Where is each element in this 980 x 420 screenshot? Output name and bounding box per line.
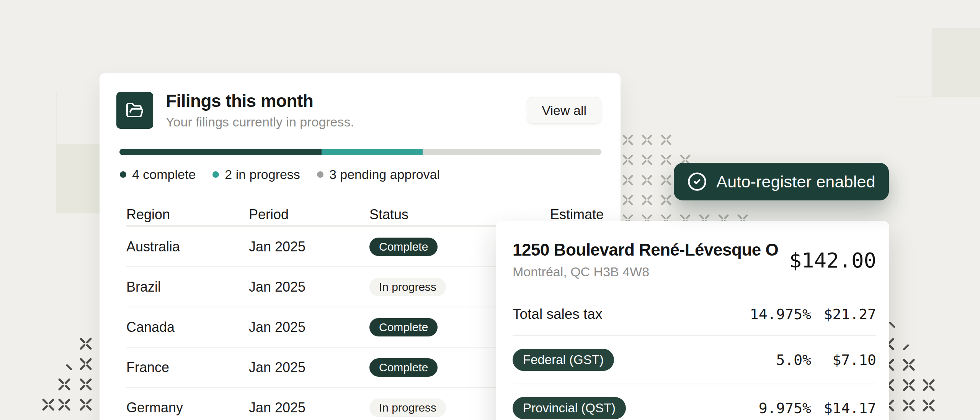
x-pattern-mark xyxy=(902,399,915,412)
tax-rate: 5.0% xyxy=(727,351,811,368)
check-circle-icon xyxy=(687,172,707,192)
legend-label: 4 complete xyxy=(132,167,196,182)
background-tile xyxy=(932,28,980,97)
x-pattern-mark xyxy=(66,364,72,370)
background-seam xyxy=(892,97,980,97)
x-pattern-mark xyxy=(79,378,92,391)
cell-region: Brazil xyxy=(126,279,249,295)
filings-card-header: Filings this month Your filings currentl… xyxy=(100,73,621,130)
x-pattern-mark xyxy=(660,154,672,166)
progress-legend: 4 complete 2 in progress 3 pending appro… xyxy=(120,167,601,182)
background-tile xyxy=(56,144,100,213)
x-pattern-mark xyxy=(622,134,634,146)
cell-period: Jan 2025 xyxy=(249,279,369,295)
tax-jurisdiction-badge: Federal (GST) xyxy=(513,349,614,371)
tax-jurisdiction-badge: Provincial (QST) xyxy=(513,397,626,419)
total-amount: $142.00 xyxy=(789,248,876,272)
x-pattern-mark xyxy=(622,194,634,206)
card-subtitle: Your filings currently in progress. xyxy=(166,114,354,130)
status-badge: In progress xyxy=(369,278,446,296)
cell-period: Jan 2025 xyxy=(249,359,369,376)
x-pattern-mark xyxy=(889,322,895,328)
folder-open-icon xyxy=(116,92,153,129)
column-header-status: Status xyxy=(369,207,546,223)
auto-register-badge: Auto-register enabled xyxy=(674,163,889,200)
cell-region: France xyxy=(126,359,249,376)
filings-progress-bar xyxy=(119,149,601,155)
progress-segment-complete xyxy=(119,149,322,155)
x-pattern-mark xyxy=(79,398,92,411)
x-pattern-mark xyxy=(641,154,653,166)
tax-row-total: Total sales tax 14.975% $21.27 xyxy=(513,293,876,335)
column-header-estimate: Estimate xyxy=(546,207,604,223)
cell-region: Australia xyxy=(126,239,249,255)
legend-item-in-progress: 2 in progress xyxy=(212,167,300,182)
x-pattern-mark xyxy=(660,194,672,206)
x-pattern-mark xyxy=(903,345,909,350)
tax-row-provincial: Provincial (QST) 9.975% $14.17 xyxy=(513,384,876,420)
cell-period: Jan 2025 xyxy=(249,319,369,335)
column-header-region: Region xyxy=(126,207,249,223)
tax-rate: 14.975% xyxy=(727,306,811,323)
legend-dot xyxy=(317,171,323,178)
status-badge: Complete xyxy=(369,358,438,377)
address-line1: 1250 Boulevard René-Lévesque O xyxy=(513,240,778,260)
background-seam xyxy=(56,92,57,146)
cell-region: Germany xyxy=(126,400,249,416)
cell-period: Jan 2025 xyxy=(249,400,369,416)
legend-item-complete: 4 complete xyxy=(120,167,196,182)
x-pattern-mark xyxy=(902,358,915,371)
tax-row-label: Total sales tax xyxy=(513,306,602,322)
column-header-period: Period xyxy=(249,207,369,223)
x-pattern-mark xyxy=(622,174,634,186)
card-title: Filings this month xyxy=(166,91,354,111)
x-pattern-mark xyxy=(58,398,71,411)
status-badge: Complete xyxy=(369,318,438,336)
legend-label: 2 in progress xyxy=(225,167,300,182)
x-pattern-mark xyxy=(42,398,55,411)
tax-amount: $21.27 xyxy=(811,306,876,323)
status-badge: Complete xyxy=(369,238,438,256)
address-line2: Montréal, QC H3B 4W8 xyxy=(513,264,778,279)
x-pattern-mark xyxy=(660,174,672,186)
tax-rate: 9.975% xyxy=(727,400,811,417)
legend-label: 3 pending approval xyxy=(329,167,440,182)
x-pattern-mark xyxy=(641,194,653,206)
legend-item-pending: 3 pending approval xyxy=(317,167,440,182)
x-pattern-mark xyxy=(902,379,915,392)
x-pattern-mark xyxy=(660,134,672,146)
x-pattern-mark xyxy=(79,358,92,371)
x-pattern-mark xyxy=(922,399,935,412)
tax-rows: Total sales tax 14.975% $21.27 Federal (… xyxy=(513,293,876,420)
legend-dot xyxy=(120,171,126,178)
x-pattern-mark xyxy=(922,379,935,392)
cell-period: Jan 2025 xyxy=(249,239,369,255)
tax-breakdown-card: 1250 Boulevard René-Lévesque O Montréal,… xyxy=(496,221,889,420)
tax-amount: $14.17 xyxy=(811,400,876,417)
x-pattern-mark xyxy=(622,154,634,166)
status-badge: In progress xyxy=(369,399,446,417)
x-pattern-mark xyxy=(641,134,653,146)
x-pattern-mark xyxy=(58,378,71,391)
legend-dot xyxy=(212,171,219,178)
tax-row-federal: Federal (GST) 5.0% $7.10 xyxy=(513,335,876,384)
tax-amount: $7.10 xyxy=(811,351,876,368)
tax-card-header: 1250 Boulevard René-Lévesque O Montréal,… xyxy=(513,221,876,279)
x-pattern-mark xyxy=(79,337,92,350)
view-all-button[interactable]: View all xyxy=(527,97,601,124)
auto-register-label: Auto-register enabled xyxy=(716,172,875,191)
progress-segment-in-progress xyxy=(322,149,423,155)
cell-region: Canada xyxy=(126,319,249,335)
x-pattern-mark xyxy=(641,174,653,186)
